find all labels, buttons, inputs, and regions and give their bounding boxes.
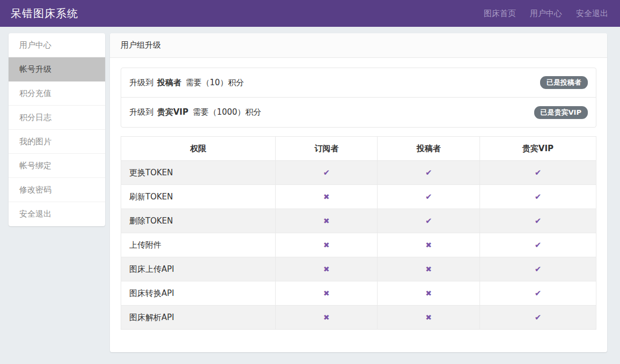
cross-icon: ✖ <box>425 265 432 273</box>
column-header-vip: 贵宾VIP <box>479 137 596 161</box>
permission-cell: ✖ <box>378 233 479 257</box>
permission-label: 更换TOKEN <box>121 161 276 185</box>
upgrade-prefix: 升级到 <box>129 107 153 117</box>
table-row: 图床上传API✖✖✔ <box>121 257 596 281</box>
sidebar-item-points-recharge[interactable]: 积分充值 <box>9 81 105 106</box>
table-row: 图床转换API✖✖✔ <box>121 281 596 306</box>
permission-cell: ✔ <box>275 161 377 185</box>
permission-cell: ✔ <box>479 209 596 233</box>
check-icon: ✔ <box>425 168 432 177</box>
permission-cell: ✔ <box>479 185 596 209</box>
check-icon: ✔ <box>425 216 432 226</box>
sidebar-item-account-upgrade[interactable]: 帐号升级 <box>9 57 105 81</box>
permission-label: 刷新TOKEN <box>121 185 276 209</box>
cross-icon: ✖ <box>323 289 330 298</box>
permission-cell: ✖ <box>275 257 377 281</box>
panel-title: 用户组升级 <box>110 33 607 58</box>
header-nav: 图床首页用户中心安全退出 <box>484 9 608 19</box>
upgrade-group-name: 贵宾VIP <box>157 107 188 117</box>
top-bar: 呆错图床系统 图床首页用户中心安全退出 <box>0 0 620 27</box>
permission-cell: ✖ <box>275 306 377 330</box>
permission-cell: ✔ <box>378 209 479 233</box>
page-layout: 用户中心帐号升级积分充值积分日志我的图片帐号绑定修改密码安全退出 用户组升级 升… <box>0 27 620 352</box>
permission-cell: ✖ <box>275 185 377 209</box>
permission-cell: ✖ <box>275 281 377 306</box>
permission-label: 上传附件 <box>121 233 276 257</box>
permission-cell: ✖ <box>378 281 479 306</box>
sidebar: 用户中心帐号升级积分充值积分日志我的图片帐号绑定修改密码安全退出 <box>9 33 105 226</box>
check-icon: ✔ <box>535 192 542 202</box>
column-header-contributor: 投稿者 <box>378 137 479 161</box>
brand-title: 呆错图床系统 <box>11 6 78 21</box>
panel-body: 升级到投稿者需要（10）积分已是投稿者升级到贵宾VIP需要（1000）积分已是贵… <box>110 58 607 349</box>
table-row: 删除TOKEN✖✔✔ <box>121 209 596 233</box>
permissions-table-body: 更换TOKEN✔✔✔刷新TOKEN✖✔✔删除TOKEN✖✔✔上传附件✖✖✔图床上… <box>121 161 596 330</box>
cross-icon: ✖ <box>323 241 330 249</box>
upgrade-prefix: 升级到 <box>129 78 153 88</box>
permission-cell: ✔ <box>378 161 479 185</box>
upgrade-requirement: 需要（1000）积分 <box>193 107 261 117</box>
status-badge-vip: 已是贵宾VIP <box>534 106 588 119</box>
cross-icon: ✖ <box>425 289 432 298</box>
permission-cell: ✔ <box>479 281 596 306</box>
column-header-subscriber: 订阅者 <box>275 137 377 161</box>
check-icon: ✔ <box>535 216 542 226</box>
check-icon: ✔ <box>535 313 542 322</box>
permission-cell: ✖ <box>275 233 377 257</box>
permission-label: 删除TOKEN <box>121 209 276 233</box>
upgrade-box: 升级到投稿者需要（10）积分已是投稿者升级到贵宾VIP需要（1000）积分已是贵… <box>121 68 596 128</box>
main-panel: 用户组升级 升级到投稿者需要（10）积分已是投稿者升级到贵宾VIP需要（1000… <box>110 33 607 352</box>
permission-cell: ✔ <box>479 257 596 281</box>
upgrade-row-contributor: 升级到投稿者需要（10）积分已是投稿者 <box>121 68 596 98</box>
sidebar-item-my-images[interactable]: 我的图片 <box>9 130 105 154</box>
table-row: 上传附件✖✖✔ <box>121 233 596 257</box>
permission-cell: ✔ <box>479 233 596 257</box>
permission-cell: ✔ <box>378 185 479 209</box>
permission-label: 图床解析API <box>121 306 276 330</box>
sidebar-item-logout[interactable]: 安全退出 <box>9 202 105 226</box>
cross-icon: ✖ <box>323 313 330 322</box>
status-badge-contributor: 已是投稿者 <box>540 76 588 89</box>
permissions-table-head: 权限订阅者投稿者贵宾VIP <box>121 137 596 161</box>
table-row: 更换TOKEN✔✔✔ <box>121 161 596 185</box>
sidebar-item-account-binding[interactable]: 帐号绑定 <box>9 154 105 178</box>
permission-cell: ✖ <box>378 306 479 330</box>
cross-icon: ✖ <box>323 217 330 225</box>
permission-label: 图床转换API <box>121 281 276 306</box>
column-header-permission: 权限 <box>121 137 276 161</box>
check-icon: ✔ <box>425 192 432 202</box>
sidebar-item-change-password[interactable]: 修改密码 <box>9 178 105 202</box>
check-icon: ✔ <box>535 168 542 177</box>
cross-icon: ✖ <box>425 241 432 249</box>
cross-icon: ✖ <box>425 313 432 322</box>
permission-label: 图床上传API <box>121 257 276 281</box>
cross-icon: ✖ <box>323 192 330 201</box>
permission-cell: ✖ <box>275 209 377 233</box>
table-row: 刷新TOKEN✖✔✔ <box>121 185 596 209</box>
upgrade-row-vip: 升级到贵宾VIP需要（1000）积分已是贵宾VIP <box>121 98 596 127</box>
table-row: 图床解析API✖✖✔ <box>121 306 596 330</box>
check-icon: ✔ <box>323 168 330 177</box>
nav-link-home[interactable]: 图床首页 <box>484 9 516 19</box>
check-icon: ✔ <box>535 240 542 250</box>
upgrade-requirement: 需要（10）积分 <box>186 78 244 88</box>
upgrade-group-name: 投稿者 <box>157 78 181 88</box>
cross-icon: ✖ <box>323 265 330 273</box>
permission-cell: ✖ <box>378 257 479 281</box>
permissions-table: 权限订阅者投稿者贵宾VIP 更换TOKEN✔✔✔刷新TOKEN✖✔✔删除TOKE… <box>121 136 596 330</box>
check-icon: ✔ <box>535 288 542 298</box>
check-icon: ✔ <box>535 264 542 274</box>
permission-cell: ✔ <box>479 306 596 330</box>
nav-link-logout[interactable]: 安全退出 <box>576 9 608 19</box>
permission-cell: ✔ <box>479 161 596 185</box>
nav-link-user-center[interactable]: 用户中心 <box>530 9 562 19</box>
sidebar-item-points-log[interactable]: 积分日志 <box>9 106 105 130</box>
sidebar-item-user-center[interactable]: 用户中心 <box>9 33 105 57</box>
table-header-row: 权限订阅者投稿者贵宾VIP <box>121 137 596 161</box>
